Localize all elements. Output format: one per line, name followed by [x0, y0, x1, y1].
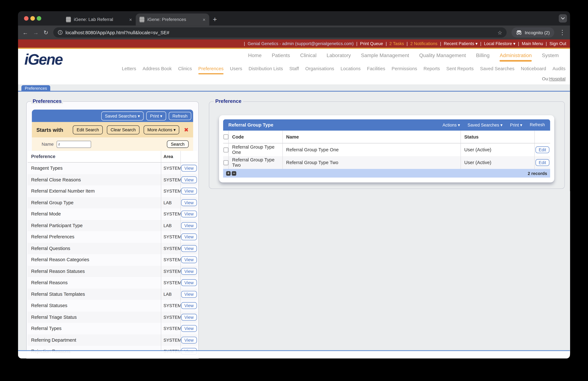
browser-tab[interactable]: iGene: Preferences × — [136, 13, 209, 25]
sub-nav-item[interactable]: Noticeboard — [521, 66, 546, 74]
browser-menu-icon[interactable]: ⋮ — [559, 28, 566, 36]
main-nav: HomePatientsClinicalLaboratorySample Man… — [248, 53, 559, 61]
toolbar-button[interactable]: Print ▾ — [146, 111, 166, 120]
view-button[interactable]: View — [181, 234, 197, 240]
main-nav-item[interactable]: Patients — [272, 53, 290, 61]
ou-prefix: Ou: — [542, 76, 549, 81]
view-button[interactable]: View — [181, 268, 197, 275]
view-button[interactable]: View — [181, 211, 197, 217]
search-action-button[interactable]: Clear Search — [107, 125, 140, 134]
reload-icon[interactable]: ↻ — [43, 29, 48, 36]
card-action-button[interactable]: Actions ▾ — [442, 122, 460, 128]
main-nav-item[interactable]: Quality Management — [419, 53, 466, 61]
view-button[interactable]: View — [181, 165, 197, 172]
table-row: Referral Reason Categories SYSTEM View — [28, 254, 197, 266]
sub-nav-item[interactable]: Audits — [552, 66, 566, 74]
view-button[interactable]: View — [181, 176, 197, 183]
sub-nav-item[interactable]: Clinics — [178, 66, 192, 74]
sub-nav-item[interactable]: Reports — [424, 66, 440, 74]
window-minimize-icon[interactable] — [30, 16, 35, 21]
sub-nav-item[interactable]: Users — [230, 66, 242, 74]
view-button[interactable]: View — [181, 199, 197, 206]
main-nav-item[interactable]: Sample Management — [361, 53, 409, 61]
topbar-item[interactable]: |Main Menu — [515, 41, 543, 46]
info-icon[interactable] — [58, 30, 63, 35]
search-action-button[interactable]: More Actions ▾ — [144, 125, 179, 134]
close-search-icon[interactable]: ✖ — [184, 126, 189, 133]
view-button[interactable]: View — [181, 257, 197, 263]
topbar-item-label[interactable]: Print Queue — [360, 41, 383, 46]
sub-nav-item[interactable]: Organisations — [305, 66, 334, 74]
search-button[interactable]: Search — [167, 140, 189, 148]
topbar-item[interactable]: |Recent Patients ▾ — [438, 41, 478, 46]
forward-icon[interactable]: → — [33, 29, 39, 36]
sub-nav-item[interactable]: Address Book — [143, 66, 172, 74]
view-button[interactable]: View — [181, 291, 197, 297]
topbar-item-label[interactable]: Sign Out — [549, 41, 566, 46]
tab-close-icon[interactable]: × — [203, 17, 206, 22]
toolbar-button[interactable]: Saved Searches ▾ — [101, 111, 144, 120]
remove-icon[interactable]: − — [232, 171, 236, 176]
address-bar[interactable]: localhost:8080/App/App.html?null&locale=… — [53, 27, 507, 37]
sub-nav-item[interactable]: Locations — [340, 66, 361, 74]
sub-nav-item[interactable]: Sent Reports — [446, 66, 474, 74]
row-checkbox[interactable] — [223, 147, 228, 152]
topbar-item[interactable]: |Print Queue — [354, 41, 383, 46]
card-action-button[interactable]: Refresh — [530, 122, 545, 128]
view-button[interactable]: View — [181, 279, 197, 286]
main-nav-item[interactable]: Laboratory — [327, 53, 351, 61]
edit-button[interactable]: Edit — [535, 146, 549, 153]
card-action-button[interactable]: Saved Searches ▾ — [467, 122, 503, 128]
card-action-button[interactable]: Print ▾ — [510, 122, 522, 128]
select-all-checkbox[interactable] — [223, 134, 228, 139]
view-button[interactable]: View — [181, 245, 197, 252]
sub-nav-item[interactable]: Permissions — [392, 66, 417, 74]
main-nav-item[interactable]: Home — [248, 53, 262, 61]
sub-nav-item[interactable]: Facilities — [367, 66, 385, 74]
sub-nav-item[interactable]: Staff — [289, 66, 299, 74]
page-tab-preferences[interactable]: Preferences — [21, 85, 50, 91]
bookmark-star-icon[interactable]: ☆ — [498, 29, 502, 36]
tab-close-icon[interactable]: × — [129, 17, 132, 22]
sub-nav-item[interactable]: Letters — [122, 66, 136, 74]
topbar-item[interactable]: |Local Filestore ▾ — [478, 41, 515, 46]
sub-nav-item[interactable]: Preferences — [198, 66, 224, 74]
main-nav-item[interactable]: Clinical — [300, 53, 316, 61]
browser-tab[interactable]: iGene: Lab Referral × — [62, 13, 136, 25]
window-close-icon[interactable] — [24, 16, 28, 21]
edit-button[interactable]: Edit — [535, 159, 549, 166]
add-icon[interactable]: + — [226, 171, 231, 176]
topbar-item[interactable]: |Sign Out — [543, 41, 566, 46]
ou-hospital-link[interactable]: Hospital — [549, 76, 566, 81]
topbar-item-label[interactable]: Local Filestore ▾ — [484, 41, 515, 46]
group-status: User (Active) — [461, 156, 534, 169]
tab-search-chevron-icon[interactable] — [559, 14, 567, 22]
row-checkbox[interactable] — [223, 160, 228, 165]
view-button[interactable]: View — [181, 302, 197, 309]
sub-nav-item[interactable]: Distribution Lists — [249, 66, 283, 74]
name-input[interactable] — [57, 141, 91, 148]
topbar-item-label[interactable]: Main Menu — [522, 41, 543, 46]
toolbar-button[interactable]: Refresh — [168, 112, 191, 120]
view-button[interactable]: View — [181, 314, 197, 320]
view-button[interactable]: View — [181, 325, 197, 332]
view-button[interactable]: View — [181, 188, 197, 195]
topbar-item-label[interactable]: Genial Genetics - admin (support@genialg… — [248, 41, 354, 46]
main-nav-item[interactable]: System — [542, 53, 559, 61]
topbar-item[interactable]: |2 Tasks — [383, 41, 404, 46]
search-action-button[interactable]: Edit Search — [73, 125, 103, 134]
header-code: Code — [228, 131, 282, 143]
topbar-item-label[interactable]: 2 Notifications — [410, 41, 438, 46]
main-nav-item[interactable]: Billing — [476, 53, 490, 61]
view-button[interactable]: View — [181, 222, 197, 229]
back-icon[interactable]: ← — [22, 29, 28, 36]
topbar-item-label[interactable]: 2 Tasks — [389, 41, 404, 46]
sub-nav-item[interactable]: Saved Searches — [480, 66, 514, 74]
view-button[interactable]: View — [181, 337, 197, 343]
topbar-item[interactable]: |2 Notifications — [404, 41, 437, 46]
new-tab-button[interactable]: + — [209, 14, 220, 25]
topbar-item-label[interactable]: Recent Patients ▾ — [444, 41, 478, 46]
window-zoom-icon[interactable] — [37, 16, 41, 21]
topbar-item[interactable]: |Genial Genetics - admin (support@genial… — [241, 41, 354, 46]
main-nav-item[interactable]: Administration — [500, 53, 532, 61]
